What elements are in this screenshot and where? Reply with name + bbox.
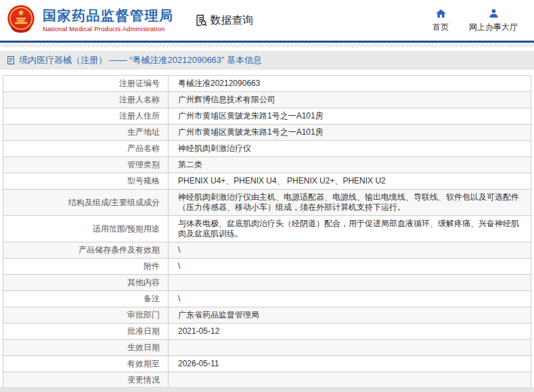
row-label: 备注 — [3, 291, 169, 307]
row-label: 结构及组成/主要组成成分 — [3, 190, 169, 216]
table-row: 适用范围/预期用途与体表电极、盆底肌肉治疗头（经阴道）配合，用于促进局部血液循环… — [3, 216, 531, 242]
row-value: 第二类 — [169, 157, 531, 173]
row-label: 注册人住所 — [3, 108, 169, 125]
row-label: 注册人名称 — [3, 92, 169, 108]
table-row: 生效日期 — [3, 340, 531, 356]
row-label: 变更情况 — [3, 372, 169, 389]
nav-service-hall[interactable]: 网上办事大厅 — [469, 8, 518, 33]
row-label: 生产地址 — [3, 125, 169, 141]
row-label: 产品储存条件及有效期 — [3, 242, 169, 259]
row-label: 产品名称 — [3, 141, 169, 157]
row-value — [169, 275, 531, 291]
row-value: 广州市黄埔区黄陂龙朱路1号之一A101房 — [169, 125, 531, 141]
row-label: 适用范围/预期用途 — [3, 216, 169, 242]
registration-info-table: 注册证编号粤械注准20212090663注册人名称广州辉博信息技术有限公司注册人… — [3, 75, 531, 392]
row-value: 与体表电极、盆底肌肉治疗头（经阴道）配合，用于促进局部血液循环、缓解疼痛、兴奋神… — [169, 216, 531, 242]
table-row: 产品储存条件及有效期\ — [3, 242, 531, 259]
row-label: 其他内容 — [3, 275, 169, 291]
row-value — [169, 372, 531, 389]
row-label: 型号规格 — [3, 173, 169, 190]
header-nav: 首页 网上办事大厅 — [432, 8, 518, 33]
row-label: 注册证编号 — [3, 76, 169, 92]
table-row: 型号规格PHENIX U4+、PHENIX U4、 PHENIX U2+、PHE… — [3, 173, 531, 190]
breadcrumb-text: 境内医疗器械（注册） —— “粤械注准20212090663” 基本信息 — [19, 54, 262, 66]
table-row: 注册人名称广州辉博信息技术有限公司 — [3, 92, 531, 108]
row-value: \ — [169, 242, 531, 259]
agency-subtitle: National Medical Products Administration — [43, 25, 174, 32]
nav-home[interactable]: 首页 — [432, 8, 449, 33]
brand-text: 国家药品监督管理局 National Medical Products Admi… — [43, 8, 174, 32]
table-row: 有效期至2026-05-11 — [3, 356, 531, 372]
table-row: 结构及组成/主要组成成分神经肌肉刺激治疗仪由主机、电源适配器、电源线、输出电缆线… — [3, 190, 531, 216]
row-label: 附件 — [3, 259, 169, 275]
row-label: 有效期至 — [3, 356, 169, 372]
nav-data-query[interactable]: 数据查询 — [194, 14, 254, 28]
row-label: 管理类别 — [3, 157, 169, 173]
row-value: 神经肌肉刺激治疗仪由主机、电源适配器、电源线、输出电缆线、导联线、软件包以及可选… — [169, 190, 531, 216]
table-row: 产品名称神经肌肉刺激治疗仪 — [3, 141, 531, 157]
nav-home-label: 首页 — [432, 22, 449, 33]
home-icon — [435, 8, 447, 19]
row-value: 2026-05-11 — [169, 356, 531, 372]
row-value: 广州辉博信息技术有限公司 — [169, 92, 531, 108]
site-header: 国家药品监督管理局 National Medical Products Admi… — [0, 0, 534, 41]
row-value: 广东省药品监督管理局 — [169, 307, 531, 324]
registration-info: 注册证编号粤械注准20212090663注册人名称广州辉博信息技术有限公司注册人… — [3, 75, 531, 392]
data-query-label: 数据查询 — [210, 14, 254, 28]
user-icon — [488, 8, 499, 19]
table-row: 注册人住所广州市黄埔区黄陂龙朱路1号之一A101房 — [3, 108, 531, 125]
table-row: 管理类别第二类 — [3, 157, 531, 173]
row-value: 粤械注准20212090663 — [169, 76, 531, 92]
table-row: 生产地址广州市黄埔区黄陂龙朱路1号之一A101房 — [3, 125, 531, 141]
footer-band — [0, 387, 534, 392]
national-emblem-icon — [5, 3, 37, 37]
document-search-icon — [194, 14, 208, 27]
table-row: 附件\ — [3, 259, 531, 275]
row-value: \ — [169, 259, 531, 275]
row-value: 广州市黄埔区黄陂龙朱路1号之一A101房 — [169, 108, 531, 125]
agency-title: 国家药品监督管理局 — [43, 8, 174, 24]
table-row: 批准日期2021-05-12 — [3, 324, 531, 340]
breadcrumb: 境内医疗器械（注册） —— “粤械注准20212090663” 基本信息 — [0, 51, 534, 70]
table-row: 变更情况 — [3, 372, 531, 389]
table-row: 其他内容 — [3, 275, 531, 291]
nav-service-hall-label: 网上办事大厅 — [469, 22, 518, 33]
document-icon — [6, 56, 16, 65]
row-value: 神经肌肉刺激治疗仪 — [169, 141, 531, 157]
row-label: 审批部门 — [3, 307, 169, 324]
row-label: 批准日期 — [3, 324, 169, 340]
row-value: \ — [169, 291, 531, 307]
info-table-body: 注册证编号粤械注准20212090663注册人名称广州辉博信息技术有限公司注册人… — [3, 76, 531, 392]
agency-logo[interactable]: 国家药品监督管理局 National Medical Products Admi… — [5, 3, 174, 37]
row-value: 2021-05-12 — [169, 324, 531, 340]
table-row: 审批部门广东省药品监督管理局 — [3, 307, 531, 324]
table-row: 注册证编号粤械注准20212090663 — [3, 76, 531, 92]
hatch-band — [0, 43, 534, 47]
row-label: 生效日期 — [3, 340, 169, 356]
table-row: 备注\ — [3, 291, 531, 307]
row-value: PHENIX U4+、PHENIX U4、 PHENIX U2+、PHENIX … — [169, 173, 531, 190]
row-value — [169, 340, 531, 356]
